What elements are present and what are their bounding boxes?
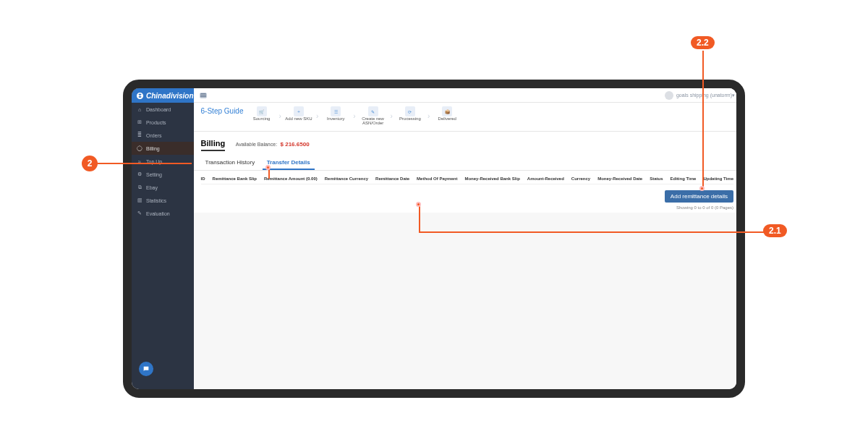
billing-tabs: Transaction History Transfer Details — [194, 151, 741, 171]
sidebar-item-label: Ebay — [146, 185, 158, 190]
annotation-line — [419, 231, 764, 233]
device-frame: Chinadivision ⌂Dashboard ⊞Products ≣Orde… — [123, 80, 745, 398]
annotation-2: 2 — [82, 156, 98, 171]
step-label: Sourcing — [253, 116, 271, 121]
products-icon: ⊞ — [137, 119, 142, 125]
page-header: Billing Available Balance: $ 216.6500 — [194, 132, 741, 151]
brand-icon — [136, 92, 144, 100]
col-status: Status — [650, 176, 663, 181]
step-label: Create new ASN/Order — [356, 116, 391, 125]
col-updating-time: Updating Time — [703, 176, 733, 181]
pagination-text: Showing 0 to 0 of 0 (0 Pages) — [676, 205, 733, 210]
sidebar-item-dashboard[interactable]: ⌂Dashboard — [132, 103, 194, 116]
sidebar-item-label: Billing — [146, 146, 160, 151]
col-editing-time: Editing Time — [671, 176, 697, 181]
col-remit-date: Remittance Date — [375, 176, 409, 181]
annotation-2-1: 2.1 — [763, 224, 787, 237]
ebay-icon: ⧉ — [137, 184, 142, 190]
col-method: Method Of Payment — [417, 176, 457, 181]
step-label: Add new SKU — [285, 116, 312, 121]
col-received-date: Money-Received Date — [597, 176, 642, 181]
app-root: Chinadivision ⌂Dashboard ⊞Products ≣Orde… — [132, 88, 736, 389]
step-label: Delivered — [438, 116, 456, 121]
sidebar-item-topup[interactable]: ≈Top Up — [132, 155, 194, 168]
table-actions: Add remittance details Showing 0 to 0 of… — [194, 187, 741, 213]
sidebar-item-label: Orders — [146, 133, 161, 138]
col-received-slip: Money-Received Bank Slip — [464, 176, 519, 181]
annotation-dot — [416, 202, 421, 207]
billing-icon: ◯ — [137, 145, 142, 151]
sidebar-item-products[interactable]: ⊞Products — [132, 116, 194, 129]
step-processing[interactable]: ⟳Processing — [393, 106, 427, 121]
avatar[interactable] — [665, 91, 673, 100]
orders-icon: ≣ — [137, 132, 142, 138]
col-currency: Currency — [571, 176, 590, 181]
balance-label: Available Balance: — [236, 142, 277, 147]
inventory-icon: ☰ — [331, 106, 341, 116]
step-sourcing[interactable]: 🛒Sourcing — [244, 106, 279, 121]
col-remit-amount: Remittance Amount (0.00) — [264, 176, 318, 181]
col-id: ID — [201, 176, 205, 181]
evaluation-icon: ✎ — [137, 210, 142, 216]
sidebar-item-label: Dashboard — [146, 107, 171, 112]
guide-steps: 🛒Sourcing › ＋Add new SKU › ☰Inventory › … — [244, 106, 733, 125]
step-create-asn[interactable]: ✎Create new ASN/Order — [356, 106, 391, 125]
table-header-row: ID Remittance Bank Slip Remittance Amoun… — [201, 174, 733, 184]
sidebar-item-label: Evaluation — [146, 211, 170, 216]
tab-transaction-history[interactable]: Transaction History — [201, 156, 260, 169]
username-label[interactable]: goals shipping (unatorm)▾ — [676, 93, 735, 98]
sidebar-item-orders[interactable]: ≣Orders — [132, 129, 194, 142]
step-delivered[interactable]: 📦Delivered — [430, 106, 464, 121]
chat-icon — [142, 365, 150, 373]
sidebar-item-evaluation[interactable]: ✎Evaluation — [132, 207, 194, 220]
annotation-dot — [265, 165, 271, 170]
sidebar-item-billing[interactable]: ◯Billing — [132, 142, 194, 155]
step-add-sku[interactable]: ＋Add new SKU — [281, 106, 316, 121]
add-remittance-button[interactable]: Add remittance details — [665, 190, 733, 203]
annotation-line — [419, 206, 420, 231]
brand-logo[interactable]: Chinadivision — [132, 88, 194, 103]
step-label: Inventory — [327, 116, 345, 121]
topbar: goals shipping (unatorm)▾ — [194, 88, 741, 103]
gear-icon: ⚙ — [137, 171, 142, 177]
chart-icon: ▥ — [137, 197, 142, 203]
sidebar-item-label: Products — [146, 120, 166, 125]
balance-value: $ 216.6500 — [281, 141, 310, 148]
dashboard-icon: ⌂ — [137, 106, 142, 112]
package-icon: 📦 — [442, 106, 452, 116]
col-amount-received: Amount-Received — [527, 176, 564, 181]
menu-toggle-icon[interactable] — [200, 93, 207, 98]
transfer-table: ID Remittance Bank Slip Remittance Amoun… — [194, 171, 741, 187]
six-step-guide: 6-Step Guide 🛒Sourcing › ＋Add new SKU › … — [194, 103, 741, 132]
sidebar-nav: ⌂Dashboard ⊞Products ≣Orders ◯Billing ≈T… — [132, 103, 194, 362]
annotation-line — [268, 169, 270, 179]
chat-button[interactable] — [139, 362, 153, 376]
main-area: goals shipping (unatorm)▾ 6-Step Guide 🛒… — [194, 88, 741, 389]
step-label: Processing — [399, 116, 421, 121]
order-icon: ✎ — [368, 106, 378, 116]
annotation-line — [702, 51, 704, 187]
sidebar-item-statistics[interactable]: ▥Statistics — [132, 194, 194, 207]
processing-icon: ⟳ — [405, 106, 415, 116]
sidebar: Chinadivision ⌂Dashboard ⊞Products ≣Orde… — [132, 88, 194, 389]
page-title: Billing — [201, 139, 226, 151]
brand-text: Chinadivision — [146, 92, 194, 100]
annotation-dot — [699, 186, 705, 191]
step-inventory[interactable]: ☰Inventory — [318, 106, 353, 121]
sidebar-item-ebay[interactable]: ⧉Ebay — [132, 181, 194, 194]
sidebar-item-setting[interactable]: ⚙Setting — [132, 168, 194, 181]
add-icon: ＋ — [294, 106, 304, 116]
col-remit-currency: Remittance Currency — [325, 176, 368, 181]
annotation-2-2: 2.2 — [691, 36, 715, 49]
annotation-line — [98, 163, 192, 164]
col-remit-slip: Remittance Bank Slip — [213, 176, 257, 181]
cart-icon: 🛒 — [257, 106, 267, 116]
sidebar-item-label: Statistics — [146, 198, 166, 203]
sidebar-item-label: Setting — [146, 172, 162, 177]
